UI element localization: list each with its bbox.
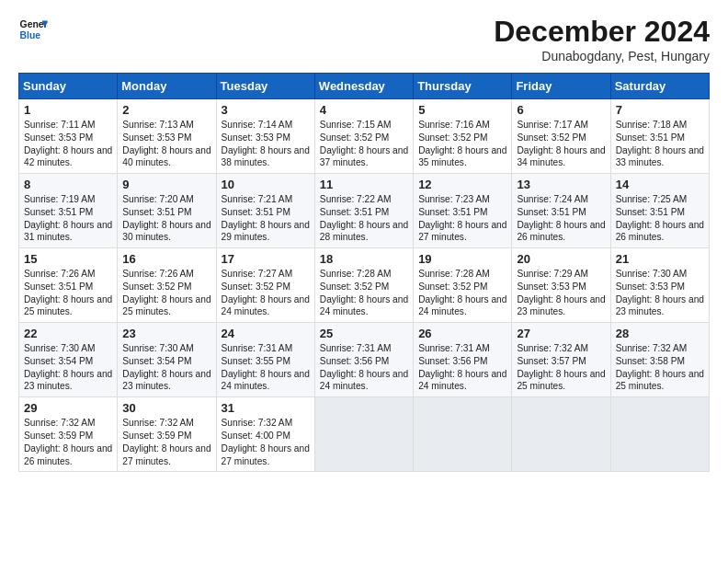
day-number: 18 [320, 252, 408, 266]
cell-info: Sunrise: 7:32 AMSunset: 3:59 PMDaylight:… [24, 417, 112, 467]
cell-info: Sunrise: 7:26 AMSunset: 3:51 PMDaylight:… [24, 268, 112, 318]
day-number: 17 [222, 252, 310, 266]
day-number: 5 [418, 103, 506, 117]
calendar-cell: 9Sunrise: 7:20 AMSunset: 3:51 PMDaylight… [118, 174, 216, 248]
column-header-sunday: Sunday [19, 74, 118, 99]
cell-info: Sunrise: 7:30 AMSunset: 3:54 PMDaylight:… [122, 342, 210, 393]
day-number: 14 [616, 178, 704, 191]
cell-info: Sunrise: 7:28 AMSunset: 3:52 PMDaylight:… [320, 268, 408, 318]
header-row: SundayMondayTuesdayWednesdayThursdayFrid… [19, 74, 710, 99]
calendar-cell: 28Sunrise: 7:32 AMSunset: 3:58 PMDayligh… [610, 323, 709, 397]
day-number: 16 [122, 252, 210, 266]
calendar-cell [610, 397, 709, 472]
day-number: 22 [24, 327, 112, 340]
month-title: December 2024 [494, 15, 710, 49]
day-number: 21 [616, 252, 704, 266]
column-header-friday: Friday [512, 74, 610, 99]
calendar-cell: 31Sunrise: 7:32 AMSunset: 4:00 PMDayligh… [216, 397, 314, 472]
day-number: 12 [418, 178, 506, 191]
calendar-table: SundayMondayTuesdayWednesdayThursdayFrid… [18, 73, 710, 472]
day-number: 31 [222, 401, 310, 415]
calendar-cell: 20Sunrise: 7:29 AMSunset: 3:53 PMDayligh… [512, 248, 610, 323]
week-row-3: 15Sunrise: 7:26 AMSunset: 3:51 PMDayligh… [19, 248, 710, 323]
day-number: 2 [122, 103, 210, 117]
column-header-monday: Monday [118, 74, 216, 99]
cell-info: Sunrise: 7:25 AMSunset: 3:51 PMDaylight:… [616, 193, 704, 244]
cell-info: Sunrise: 7:19 AMSunset: 3:51 PMDaylight:… [24, 193, 112, 244]
cell-info: Sunrise: 7:13 AMSunset: 3:53 PMDaylight:… [122, 119, 210, 169]
page-header: General Blue December 2024 Dunabogdany, … [18, 15, 710, 63]
day-number: 4 [320, 103, 408, 117]
cell-info: Sunrise: 7:18 AMSunset: 3:51 PMDaylight:… [616, 119, 704, 169]
calendar-cell: 6Sunrise: 7:17 AMSunset: 3:52 PMDaylight… [512, 99, 610, 174]
day-number: 23 [122, 327, 210, 340]
cell-info: Sunrise: 7:32 AMSunset: 3:57 PMDaylight:… [517, 342, 605, 393]
calendar-cell: 4Sunrise: 7:15 AMSunset: 3:52 PMDaylight… [314, 99, 413, 174]
cell-info: Sunrise: 7:26 AMSunset: 3:52 PMDaylight:… [122, 268, 210, 318]
calendar-cell: 11Sunrise: 7:22 AMSunset: 3:51 PMDayligh… [314, 174, 413, 248]
calendar-cell: 19Sunrise: 7:28 AMSunset: 3:52 PMDayligh… [414, 248, 512, 323]
day-number: 20 [517, 252, 605, 266]
day-number: 27 [517, 327, 605, 340]
day-number: 10 [222, 178, 310, 191]
calendar-cell: 26Sunrise: 7:31 AMSunset: 3:56 PMDayligh… [414, 323, 512, 397]
cell-info: Sunrise: 7:22 AMSunset: 3:51 PMDaylight:… [320, 193, 408, 244]
cell-info: Sunrise: 7:28 AMSunset: 3:52 PMDaylight:… [418, 268, 506, 318]
cell-info: Sunrise: 7:27 AMSunset: 3:52 PMDaylight:… [222, 268, 310, 318]
cell-info: Sunrise: 7:31 AMSunset: 3:56 PMDaylight:… [320, 342, 408, 393]
day-number: 26 [418, 327, 506, 340]
calendar-cell: 16Sunrise: 7:26 AMSunset: 3:52 PMDayligh… [118, 248, 216, 323]
cell-info: Sunrise: 7:24 AMSunset: 3:51 PMDaylight:… [517, 193, 605, 244]
calendar-cell: 7Sunrise: 7:18 AMSunset: 3:51 PMDaylight… [610, 99, 709, 174]
cell-info: Sunrise: 7:15 AMSunset: 3:52 PMDaylight:… [320, 119, 408, 169]
cell-info: Sunrise: 7:21 AMSunset: 3:51 PMDaylight:… [222, 193, 310, 244]
day-number: 19 [418, 252, 506, 266]
day-number: 24 [222, 327, 310, 340]
cell-info: Sunrise: 7:32 AMSunset: 3:59 PMDaylight:… [122, 417, 210, 467]
cell-info: Sunrise: 7:32 AMSunset: 3:58 PMDaylight:… [616, 342, 704, 393]
calendar-cell: 12Sunrise: 7:23 AMSunset: 3:51 PMDayligh… [414, 174, 512, 248]
cell-info: Sunrise: 7:31 AMSunset: 3:55 PMDaylight:… [222, 342, 310, 393]
cell-info: Sunrise: 7:16 AMSunset: 3:52 PMDaylight:… [418, 119, 506, 169]
day-number: 30 [122, 401, 210, 415]
calendar-cell [512, 397, 610, 472]
calendar-cell: 15Sunrise: 7:26 AMSunset: 3:51 PMDayligh… [19, 248, 118, 323]
week-row-2: 8Sunrise: 7:19 AMSunset: 3:51 PMDaylight… [19, 174, 710, 248]
day-number: 3 [222, 103, 310, 117]
cell-info: Sunrise: 7:17 AMSunset: 3:52 PMDaylight:… [517, 119, 605, 169]
calendar-cell: 17Sunrise: 7:27 AMSunset: 3:52 PMDayligh… [216, 248, 314, 323]
title-area: December 2024 Dunabogdany, Pest, Hungary [494, 15, 710, 63]
cell-info: Sunrise: 7:31 AMSunset: 3:56 PMDaylight:… [418, 342, 506, 393]
logo-icon: General Blue [18, 15, 48, 44]
cell-info: Sunrise: 7:14 AMSunset: 3:53 PMDaylight:… [222, 119, 310, 169]
calendar-cell: 14Sunrise: 7:25 AMSunset: 3:51 PMDayligh… [610, 174, 709, 248]
svg-text:Blue: Blue [20, 30, 41, 40]
week-row-5: 29Sunrise: 7:32 AMSunset: 3:59 PMDayligh… [19, 397, 710, 472]
cell-info: Sunrise: 7:20 AMSunset: 3:51 PMDaylight:… [122, 193, 210, 244]
calendar-cell: 27Sunrise: 7:32 AMSunset: 3:57 PMDayligh… [512, 323, 610, 397]
day-number: 8 [24, 178, 112, 191]
calendar-cell: 25Sunrise: 7:31 AMSunset: 3:56 PMDayligh… [314, 323, 413, 397]
column-header-saturday: Saturday [610, 74, 709, 99]
calendar-cell: 8Sunrise: 7:19 AMSunset: 3:51 PMDaylight… [19, 174, 118, 248]
calendar-cell: 5Sunrise: 7:16 AMSunset: 3:52 PMDaylight… [414, 99, 512, 174]
column-header-wednesday: Wednesday [314, 74, 413, 99]
calendar-cell: 22Sunrise: 7:30 AMSunset: 3:54 PMDayligh… [19, 323, 118, 397]
cell-info: Sunrise: 7:32 AMSunset: 4:00 PMDaylight:… [222, 417, 310, 467]
calendar-cell: 18Sunrise: 7:28 AMSunset: 3:52 PMDayligh… [314, 248, 413, 323]
calendar-cell: 3Sunrise: 7:14 AMSunset: 3:53 PMDaylight… [216, 99, 314, 174]
day-number: 9 [122, 178, 210, 191]
day-number: 13 [517, 178, 605, 191]
week-row-4: 22Sunrise: 7:30 AMSunset: 3:54 PMDayligh… [19, 323, 710, 397]
calendar-cell [414, 397, 512, 472]
calendar-cell: 10Sunrise: 7:21 AMSunset: 3:51 PMDayligh… [216, 174, 314, 248]
day-number: 1 [24, 103, 112, 117]
day-number: 7 [616, 103, 704, 117]
logo: General Blue [18, 15, 48, 44]
day-number: 29 [24, 401, 112, 415]
calendar-cell: 21Sunrise: 7:30 AMSunset: 3:53 PMDayligh… [610, 248, 709, 323]
calendar-cell [314, 397, 413, 472]
column-header-thursday: Thursday [414, 74, 512, 99]
cell-info: Sunrise: 7:30 AMSunset: 3:54 PMDaylight:… [24, 342, 112, 393]
location-subtitle: Dunabogdany, Pest, Hungary [494, 49, 710, 63]
